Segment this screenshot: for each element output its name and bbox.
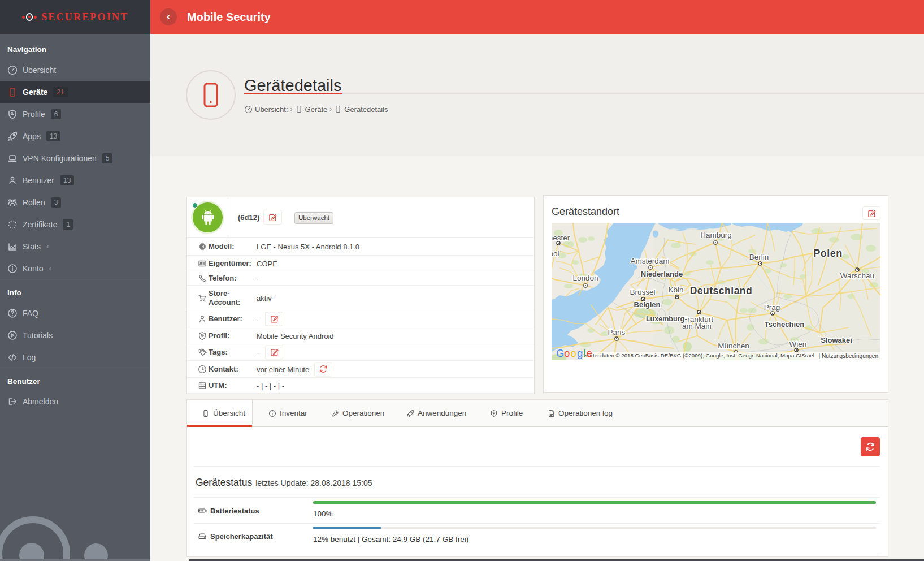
svg-text:Kartendaten © 2018 GeoBasis-DE: Kartendaten © 2018 GeoBasis-DE/BKG (©200… bbox=[584, 352, 814, 359]
svg-text:Deutschland: Deutschland bbox=[690, 285, 753, 296]
svg-text:G: G bbox=[556, 347, 564, 359]
svg-text:| Nutzungsbedingungen: | Nutzungsbedingungen bbox=[819, 353, 878, 359]
svg-text:Manchester: Manchester bbox=[552, 234, 570, 242]
svg-text:Luxemburg: Luxemburg bbox=[646, 315, 684, 323]
svg-text:g: g bbox=[577, 347, 583, 359]
svg-text:Amsterdam: Amsterdam bbox=[630, 257, 669, 265]
svg-text:l: l bbox=[584, 347, 586, 359]
svg-text:München: München bbox=[718, 342, 749, 350]
svg-text:o: o bbox=[571, 347, 576, 359]
svg-text:Köln: Köln bbox=[668, 286, 683, 294]
svg-text:Berlin: Berlin bbox=[749, 253, 769, 261]
svg-text:Warschau: Warschau bbox=[840, 271, 874, 280]
svg-text:Tschechien: Tschechien bbox=[765, 320, 805, 329]
svg-text:Brüssel: Brüssel bbox=[630, 288, 655, 296]
svg-text:am Main: am Main bbox=[682, 322, 712, 330]
svg-text:Slowakei: Slowakei bbox=[821, 336, 852, 344]
svg-text:Polen: Polen bbox=[813, 248, 843, 259]
svg-text:Prag: Prag bbox=[764, 303, 780, 312]
svg-text:Niederlande: Niederlande bbox=[641, 270, 683, 278]
svg-text:Liverpool: Liverpool bbox=[552, 249, 559, 258]
svg-text:o: o bbox=[564, 347, 570, 359]
svg-text:Wien: Wien bbox=[789, 340, 807, 348]
svg-text:Belgien: Belgien bbox=[634, 300, 661, 309]
svg-text:London: London bbox=[572, 274, 598, 282]
svg-text:e: e bbox=[587, 347, 592, 359]
svg-text:Hamburg: Hamburg bbox=[700, 231, 732, 239]
svg-text:Paris: Paris bbox=[608, 328, 626, 336]
